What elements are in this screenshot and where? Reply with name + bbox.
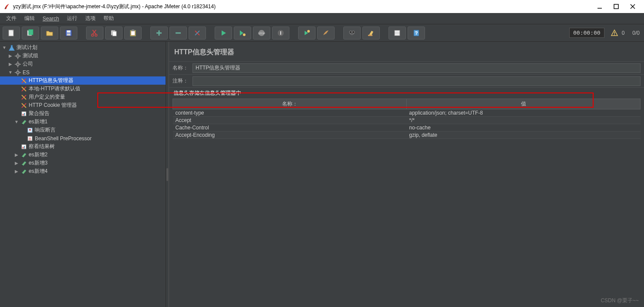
tree-item-label: 聚合报告 <box>29 110 50 117</box>
tree-item[interactable]: 聚合报告 <box>0 109 166 118</box>
svg-point-27 <box>243 33 246 36</box>
svg-point-76 <box>29 129 31 131</box>
expand-button[interactable] <box>150 26 168 40</box>
header-name-cell[interactable]: Accept <box>173 117 407 124</box>
svg-text:B: B <box>29 137 31 141</box>
shutdown-button[interactable] <box>272 26 289 40</box>
menubar: 文件 编辑 Search 运行 选项 帮助 <box>0 13 644 24</box>
menu-options[interactable]: 选项 <box>82 13 99 23</box>
menu-search[interactable]: Search <box>39 14 63 23</box>
svg-rect-72 <box>23 114 23 116</box>
wrench-icon <box>20 86 27 92</box>
collapse-button[interactable] <box>169 26 187 40</box>
tree-item[interactable]: 用户定义的变量 <box>0 93 166 101</box>
open-button[interactable] <box>41 26 58 40</box>
col-name[interactable]: 名称： <box>173 99 407 109</box>
header-value-cell[interactable]: */* <box>407 117 641 124</box>
svg-text:?: ? <box>415 30 418 36</box>
maximize-button[interactable] <box>612 2 621 11</box>
remote-stop-button[interactable] <box>317 26 335 40</box>
svg-point-58 <box>17 72 19 73</box>
tree-item[interactable]: 响应断言 <box>0 126 166 134</box>
tree-item[interactable]: 察看结果树 <box>0 142 166 151</box>
clear-button[interactable] <box>343 26 361 40</box>
help-button[interactable]: ? <box>408 26 425 40</box>
svg-rect-80 <box>23 147 23 149</box>
flask-icon <box>8 44 15 51</box>
svg-rect-73 <box>24 113 25 116</box>
function-helper-button[interactable] <box>388 26 406 40</box>
tree-item[interactable]: ▶公司 <box>0 60 166 68</box>
header-name-cell[interactable]: Cache-Control <box>173 124 407 132</box>
toggle-button[interactable] <box>189 26 206 40</box>
toolbar: STOP ? 00:00:00 0 0/0 <box>0 24 644 42</box>
tree-item[interactable]: HTTP信息头管理器 <box>0 76 166 85</box>
svg-point-14 <box>95 34 97 36</box>
tree-item[interactable]: ▶es新增4 <box>0 167 166 175</box>
tree-item[interactable]: ▼ES <box>0 68 166 76</box>
comment-label: 注释： <box>173 76 190 86</box>
svg-point-84 <box>22 173 23 174</box>
tree-item[interactable]: ▶es新增3 <box>0 159 166 167</box>
new-button[interactable] <box>3 26 20 40</box>
remote-start-button[interactable] <box>298 26 315 40</box>
tree-root[interactable]: ▼测试计划 <box>0 43 166 52</box>
editor-panel: HTTP信息头管理器 名称： 注释： 信息头存储在信息头管理器中 名称： 值 c… <box>169 42 644 307</box>
tree-item[interactable]: BBeanShell PreProcessor <box>0 134 166 142</box>
paste-button[interactable] <box>124 26 142 40</box>
comment-input[interactable] <box>193 76 641 86</box>
gear-icon <box>14 61 21 68</box>
table-row[interactable]: Accept*/* <box>173 117 641 124</box>
sampler-icon <box>20 168 27 175</box>
svg-text:STOP: STOP <box>258 32 265 35</box>
close-button[interactable] <box>628 2 637 11</box>
menu-help[interactable]: 帮助 <box>100 13 117 23</box>
tree-item[interactable]: 本地-HTTP请求默认值 <box>0 85 166 93</box>
copy-button[interactable] <box>105 26 123 40</box>
col-value[interactable]: 值 <box>407 99 641 109</box>
start-button[interactable] <box>215 26 232 40</box>
table-row[interactable]: Cache-Controlno-cache <box>173 124 641 132</box>
cut-button[interactable] <box>86 26 103 40</box>
tree-item-label: 察看结果树 <box>29 143 55 150</box>
app-icon <box>3 3 10 10</box>
header-value-cell[interactable]: no-cache <box>407 124 641 132</box>
watermark: CSDN @栗子~~ <box>601 297 639 304</box>
gear-icon <box>14 69 21 76</box>
start-no-pause-button[interactable] <box>234 26 251 40</box>
headers-table[interactable]: 名称： 值 content-typeapplication/json; char… <box>173 99 641 139</box>
warning-icon <box>611 29 618 37</box>
svg-marker-26 <box>240 30 243 36</box>
svg-rect-7 <box>29 30 33 35</box>
svg-point-33 <box>307 30 310 33</box>
templates-button[interactable] <box>22 26 39 40</box>
tree-item[interactable]: ▶es新增2 <box>0 151 166 159</box>
table-row[interactable]: Accept-Encodinggzip, deflate <box>173 132 641 139</box>
svg-rect-10 <box>67 33 70 36</box>
menu-file[interactable]: 文件 <box>3 13 20 23</box>
assert-icon <box>27 127 33 134</box>
minimize-button[interactable] <box>595 2 604 11</box>
table-row[interactable]: content-typeapplication/json; charset=UT… <box>173 109 641 117</box>
tree-item-label: HTTP Cookie 管理器 <box>29 102 77 109</box>
header-value-cell[interactable]: gzip, deflate <box>407 132 641 139</box>
menu-run[interactable]: 运行 <box>63 13 81 23</box>
svg-rect-81 <box>24 146 25 149</box>
save-button[interactable] <box>60 26 77 40</box>
test-plan-tree[interactable]: ▼测试计划▶测试组▶公司▼ESHTTP信息头管理器本地-HTTP请求默认值用户定… <box>0 42 166 307</box>
stop-button[interactable]: STOP <box>253 26 270 40</box>
header-name-cell[interactable]: Accept-Encoding <box>173 132 407 139</box>
tree-item[interactable]: ▼es新增1 <box>0 118 166 126</box>
name-input[interactable] <box>193 63 641 73</box>
header-value-cell[interactable]: application/json; charset=UTF-8 <box>407 109 641 117</box>
svg-point-83 <box>22 165 23 166</box>
sampler-icon <box>20 160 27 167</box>
panel-title: HTTP信息头管理器 <box>169 42 644 61</box>
tree-item-label: 公司 <box>23 60 33 68</box>
tree-item[interactable]: HTTP Cookie 管理器 <box>0 101 166 109</box>
clear-all-button[interactable] <box>362 26 380 40</box>
svg-point-13 <box>92 34 94 36</box>
menu-edit[interactable]: 编辑 <box>21 13 38 23</box>
tree-item[interactable]: ▶测试组 <box>0 52 166 60</box>
header-name-cell[interactable]: content-type <box>173 109 407 117</box>
